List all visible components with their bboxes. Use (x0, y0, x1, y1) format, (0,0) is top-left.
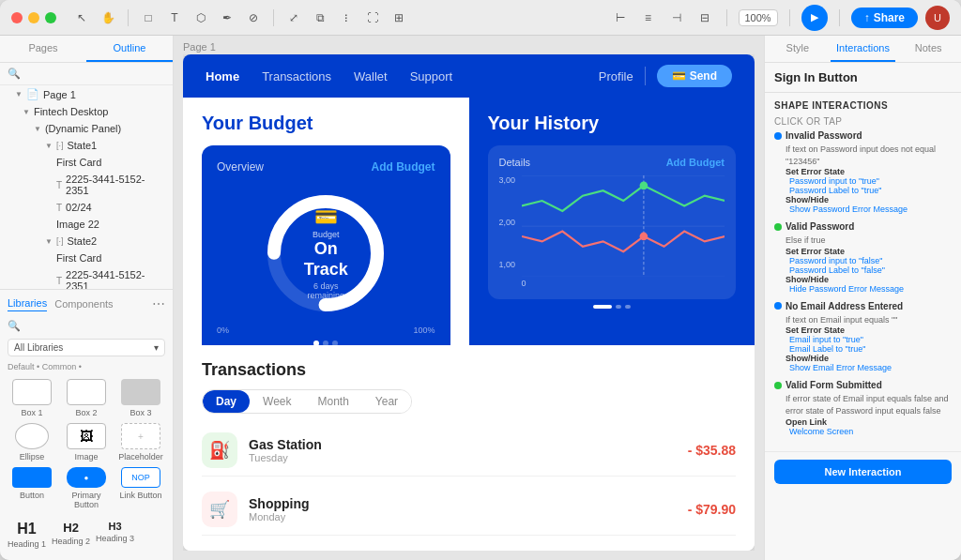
search-input[interactable] (24, 68, 165, 80)
donut-center: 💳 Budget On Track 6 days remaining (296, 205, 357, 300)
int-detail-4a[interactable]: Welcome Screen (774, 427, 952, 436)
int-detail-1c[interactable]: Show Password Error Message (774, 204, 952, 214)
align-right[interactable]: ⊣ (666, 8, 687, 28)
add-budget-btn[interactable]: Add Budget (372, 160, 435, 174)
label-right: 100% (413, 325, 435, 335)
lib-item-label: Primary Button (62, 491, 111, 509)
int-detail-3b[interactable]: Email Label to "true" (774, 344, 952, 354)
lib-item-ellipse[interactable]: Ellipse (8, 423, 56, 462)
sidebar-search[interactable]: 🔍 (0, 63, 173, 85)
zoom-indicator[interactable]: 100% (739, 9, 778, 26)
svg-point-7 (639, 233, 648, 241)
interaction-3: No Email Address Entered If text on Emai… (774, 301, 952, 373)
tree-label: 2225-3441-5152-2351 (66, 269, 165, 289)
arrange-tool[interactable]: ⧉ (310, 8, 330, 28)
maximize-button[interactable] (45, 12, 56, 23)
nav-profile[interactable]: Profile (599, 69, 633, 83)
nav-home[interactable]: Home (206, 69, 239, 83)
eraser-tool[interactable]: ⊘ (243, 8, 264, 28)
tx-item-1[interactable]: ⛽ Gas Station Tuesday - $35.88 (202, 425, 736, 477)
donut-container: 💳 Budget On Track 6 days remaining (265, 192, 387, 314)
components-tab[interactable]: Components (54, 296, 113, 311)
tx-tab-year[interactable]: Year (362, 390, 411, 413)
tree-dynamic-panel[interactable]: ▼ (Dynamic Panel) (0, 120, 173, 137)
chart-area: 3,00 2,00 1,00 (499, 175, 725, 288)
align-left[interactable]: ⊢ (610, 8, 631, 28)
lib-more-icon[interactable]: ⋯ (152, 296, 165, 311)
lib-item-button[interactable]: Button (8, 467, 56, 509)
lib-item-label: Ellipse (20, 452, 45, 462)
nav-support[interactable]: Support (410, 69, 453, 83)
heading-label: Heading 3 (96, 534, 134, 543)
user-avatar[interactable]: U (925, 6, 950, 30)
pages-tab[interactable]: Pages (0, 36, 86, 62)
lib-item-box2[interactable]: Box 2 (62, 379, 111, 417)
lib-dropdown[interactable]: All Libraries ▾ (8, 339, 165, 356)
panel-tab-style[interactable]: Style (765, 36, 831, 62)
outline-tab[interactable]: Outline (86, 36, 173, 62)
divider2 (273, 9, 274, 26)
play-button[interactable]: ▶ (801, 5, 828, 31)
lib-item-box3[interactable]: Box 3 (116, 379, 165, 417)
filter-tool[interactable]: ⫶ (336, 8, 357, 28)
tree-container: ▼ 📄 Page 1 ▼ Fintech Desktop ▼ (Dynamic … (0, 85, 173, 289)
align-center[interactable]: ≡ (638, 8, 659, 28)
int-detail-2c[interactable]: Hide Password Error Message (774, 284, 952, 294)
tx-tab-month[interactable]: Month (304, 390, 361, 413)
int-detail-2b[interactable]: Password Label to "false" (774, 265, 952, 275)
new-interaction-button[interactable]: New Interaction (774, 460, 952, 484)
tree-image22[interactable]: Image 22 (0, 216, 173, 233)
distribute[interactable]: ⊟ (694, 8, 715, 28)
send-button[interactable]: 💳 Send (657, 65, 732, 87)
tree-state1[interactable]: ▼ [·] State1 (0, 137, 173, 154)
grid-tool[interactable]: ⊞ (389, 8, 409, 28)
rectangle-tool[interactable]: □ (138, 8, 159, 28)
nav-wallet[interactable]: Wallet (354, 69, 388, 83)
tree-desktop[interactable]: ▼ Fintech Desktop (0, 103, 173, 120)
tx-item-2[interactable]: 🛒 Shopping Monday - $79.90 (202, 484, 736, 536)
share-button[interactable]: ↑ Share (851, 8, 918, 28)
nav-transactions[interactable]: Transactions (262, 69, 331, 83)
interaction-1: Invalid Password If text on Password inp… (774, 130, 952, 214)
lib-search-input[interactable] (24, 321, 165, 332)
int-detail-3c[interactable]: Show Email Error Message (774, 363, 952, 372)
close-button[interactable] (11, 12, 23, 23)
tx-tab-day[interactable]: Day (203, 390, 250, 413)
tree-card-num2[interactable]: T 2225-3441-5152-2351 (0, 266, 173, 289)
lib-search[interactable]: 🔍 (0, 317, 173, 335)
tree-card-num[interactable]: T 2225-3441-5152-2351 (0, 171, 173, 199)
panel-tab-notes[interactable]: Notes (895, 36, 961, 62)
panel-tab-interactions[interactable]: Interactions (831, 36, 896, 62)
crop-tool[interactable]: ⛶ (362, 8, 383, 28)
int-detail-2a[interactable]: Password input to "false" (774, 256, 952, 265)
cursor-tool[interactable]: ↖ (71, 8, 92, 28)
tree-date[interactable]: T 02/24 (0, 199, 173, 216)
hand-tool[interactable]: ✋ (98, 8, 118, 28)
lib-item-primary-button[interactable]: ● Primary Button (62, 467, 111, 509)
tree-first-card2[interactable]: First Card (0, 250, 173, 266)
heading-item-1[interactable]: H1 Heading 1 (8, 521, 46, 549)
lib-item-box1[interactable]: Box 1 (8, 379, 56, 417)
tree-state2[interactable]: ▼ [·] State2 (0, 233, 173, 250)
int-detail-1b[interactable]: Password Label to "true" (774, 186, 952, 195)
tree-first-card[interactable]: First Card (0, 154, 173, 171)
minimize-button[interactable] (28, 12, 39, 23)
int-detail-1a[interactable]: Password input to "true" (774, 176, 952, 186)
lib-item-placeholder[interactable]: + Placeholder (116, 423, 165, 462)
shape-tool[interactable]: ⬡ (191, 8, 211, 28)
expand-tool[interactable]: ⤢ (283, 8, 304, 28)
lib-item-image[interactable]: 🖼 Image (62, 423, 111, 462)
text-tool[interactable]: T (164, 8, 185, 28)
heading-item-2[interactable]: H2 Heading 2 (52, 521, 90, 549)
tree-page1[interactable]: ▼ 📄 Page 1 (0, 85, 173, 103)
heading-item-3[interactable]: H3 Heading 3 (96, 521, 134, 549)
int-detail-3a[interactable]: Email input to "true" (774, 335, 952, 344)
tx-tab-week[interactable]: Week (250, 390, 304, 413)
search-icon: 🔍 (8, 320, 21, 332)
lib-item-link-button[interactable]: NOP Link Button (116, 467, 165, 509)
history-dot-active (593, 305, 612, 309)
libraries-tab[interactable]: Libraries (8, 295, 47, 311)
add-budget-btn-history[interactable]: Add Budget (666, 157, 725, 168)
pen-tool[interactable]: ✒ (217, 8, 237, 28)
panel-tabs: Style Interactions Notes (765, 36, 961, 63)
